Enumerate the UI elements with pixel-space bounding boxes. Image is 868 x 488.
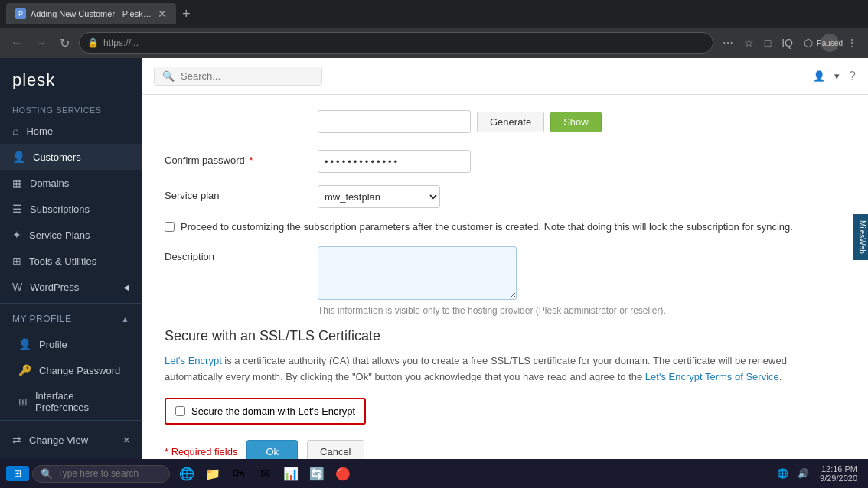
proceed-checkbox[interactable] (165, 222, 175, 232)
taskbar-app-misc[interactable]: 🔴 (332, 463, 354, 484)
asterisk-icon: * (165, 446, 168, 457)
menu-icon[interactable]: ⋮ (844, 34, 860, 52)
lets-encrypt-tos-link[interactable]: Let's Encrypt Terms of Service (645, 371, 779, 382)
sidebar-item-home[interactable]: ⌂ Home (0, 118, 142, 144)
windows-icon: ⊞ (14, 468, 21, 479)
start-button[interactable]: ⊞ (6, 466, 29, 481)
ssl-checkbox-wrapper[interactable]: Secure the domain with Let's Encrypt (165, 398, 366, 425)
ssl-checkbox-label: Secure the domain with Let's Encrypt (191, 405, 355, 417)
sidebar-item-wordpress[interactable]: W WordPress ◀ (0, 274, 142, 300)
my-profile-label: My Profile (12, 314, 71, 324)
generate-button[interactable]: Generate (477, 112, 544, 132)
sidebar-item-domains[interactable]: ▦ Domains (0, 170, 142, 196)
lets-encrypt-link[interactable]: Let's Encrypt (165, 355, 222, 366)
taskbar-app-ftp[interactable]: 🔄 (306, 463, 328, 484)
refresh-icon[interactable]: ↻ (57, 33, 73, 54)
search-bar[interactable]: 🔍 (154, 67, 322, 86)
clock-time: 12:16 PM (820, 464, 857, 473)
taskbar-app-mail[interactable]: ✉ (254, 463, 276, 484)
side-widget[interactable]: MilesWeb (853, 214, 868, 260)
interface-icon: ⊞ (18, 395, 28, 408)
bookmark-icon[interactable]: ☆ (741, 34, 757, 52)
back-icon[interactable]: ← (8, 33, 26, 53)
sidebar-profile-label: Profile (39, 339, 67, 350)
user-chevron-icon: ▾ (834, 70, 840, 82)
show-button[interactable]: Show (550, 112, 602, 132)
cancel-button[interactable]: Cancel (307, 440, 364, 459)
sidebar: plesk Hosting Services ⌂ Home 👤 Customer… (0, 58, 142, 459)
service-plan-select[interactable]: mw_testplan (318, 185, 440, 208)
sidebar-subscriptions-label: Subscriptions (30, 203, 90, 215)
browser-nav: ← → ↻ 🔒 https://... ⋯ ☆ □ IQ ⬡ Paused ⋮ (0, 28, 868, 58)
tab-close-icon[interactable]: ✕ (158, 8, 167, 20)
service-plan-row: Service plan mw_testplan (165, 185, 845, 208)
sidebar-customers-label: Customers (33, 151, 81, 163)
sidebar-item-interface-prefs[interactable]: ⊞ Interface Preferences (0, 383, 142, 420)
taskbar-app-files[interactable]: 📁 (202, 463, 224, 484)
taskbar-app-excel[interactable]: 📊 (280, 463, 302, 484)
address-bar[interactable]: 🔒 https://... (79, 32, 713, 54)
side-widget-text: MilesWeb (858, 220, 866, 254)
confirm-password-label: Confirm password * (165, 150, 318, 166)
topbar-user[interactable]: 👤 ▾ (813, 70, 840, 82)
ssl-checkbox[interactable] (175, 406, 185, 416)
lock-icon: 🔒 (87, 37, 99, 48)
new-tab-icon[interactable]: + (182, 6, 191, 22)
change-view-label: Change View (29, 434, 88, 446)
topbar-actions: 👤 ▾ ? (813, 70, 856, 83)
ssl-section: Secure with an SSL/TLS Certificate Let's… (165, 328, 845, 425)
nav-actions: ⋯ ☆ □ IQ ⬡ Paused ⋮ (720, 34, 860, 52)
browser-tab[interactable]: P Adding New Customer - Plesk O... ✕ (6, 3, 176, 24)
description-textarea[interactable] (318, 246, 517, 300)
confirm-password-input[interactable] (318, 150, 471, 173)
description-hint: This information is visible only to the … (318, 305, 845, 316)
sidebar-logo: plesk (0, 58, 142, 99)
taskbar-search-icon: 🔍 (41, 468, 53, 480)
extensions-icon[interactable]: ⋯ (720, 34, 736, 52)
taskbar-app-edge[interactable]: 🌐 (176, 463, 197, 484)
taskbar-app-store[interactable]: 🛍 (228, 463, 250, 484)
taskbar-search-bar[interactable]: 🔍 (32, 465, 170, 483)
iq-icon[interactable]: IQ (778, 34, 796, 52)
close-icon[interactable]: ✕ (123, 436, 129, 444)
sidebar-domains-label: Domains (30, 177, 69, 189)
required-fields-note: * Required fields (165, 446, 237, 457)
sidebar-item-change-view[interactable]: ⇄ Change View ✕ (0, 427, 142, 453)
sidebar-item-tools[interactable]: ⊞ Tools & Utilities (0, 248, 142, 274)
tools-icon: ⊞ (12, 255, 21, 267)
sidebar-item-customers[interactable]: 👤 Customers (0, 144, 142, 170)
ok-button[interactable]: Ok (246, 440, 298, 459)
password-gen-label (165, 110, 318, 115)
search-input[interactable] (181, 70, 303, 82)
profile-label: Paused (817, 39, 843, 47)
camera-icon[interactable]: □ (762, 34, 774, 52)
confirm-password-wrap (318, 150, 845, 173)
password-gen-row: Generate Show (165, 110, 845, 138)
my-profile-header[interactable]: My Profile ▲ (0, 307, 142, 331)
taskbar-clock[interactable]: 12:16 PM 9/29/2020 (815, 464, 862, 483)
profile-badge[interactable]: Paused (821, 34, 839, 52)
sidebar-item-subscriptions[interactable]: ☰ Subscriptions (0, 196, 142, 222)
app-body: plesk Hosting Services ⌂ Home 👤 Customer… (0, 58, 868, 459)
sidebar-item-service-plans[interactable]: ✦ Service Plans (0, 222, 142, 248)
description-wrap: This information is visible only to the … (318, 246, 845, 316)
password-gen-controls: Generate Show (318, 110, 845, 138)
tray-network-icon[interactable]: 🌐 (774, 467, 791, 480)
puzzle-icon[interactable]: ⬡ (801, 34, 816, 52)
confirm-password-row: Confirm password * (165, 150, 845, 173)
sidebar-footer: ⇄ Change View ✕ (0, 420, 142, 459)
sidebar-item-change-password[interactable]: 🔑 Change Password (0, 357, 142, 383)
sidebar-item-profile[interactable]: 👤 Profile (0, 331, 142, 357)
help-icon[interactable]: ? (849, 70, 856, 83)
tray-volume-icon[interactable]: 🔊 (795, 467, 812, 480)
forward-icon[interactable]: → (32, 33, 51, 53)
logo-text: plesk (12, 70, 55, 89)
service-plan-wrap: mw_testplan (318, 185, 845, 208)
taskbar-search-input[interactable] (57, 468, 157, 479)
proceed-checkbox-row: Proceed to customizing the subscription … (165, 220, 845, 234)
change-view-icon: ⇄ (12, 434, 21, 446)
page-content: Generate Show Confirm password * (142, 95, 868, 459)
sidebar-service-plans-label: Service Plans (29, 229, 90, 241)
password-field[interactable] (318, 110, 471, 133)
taskbar-apps: 🌐 📁 🛍 ✉ 📊 🔄 🔴 (176, 463, 354, 484)
